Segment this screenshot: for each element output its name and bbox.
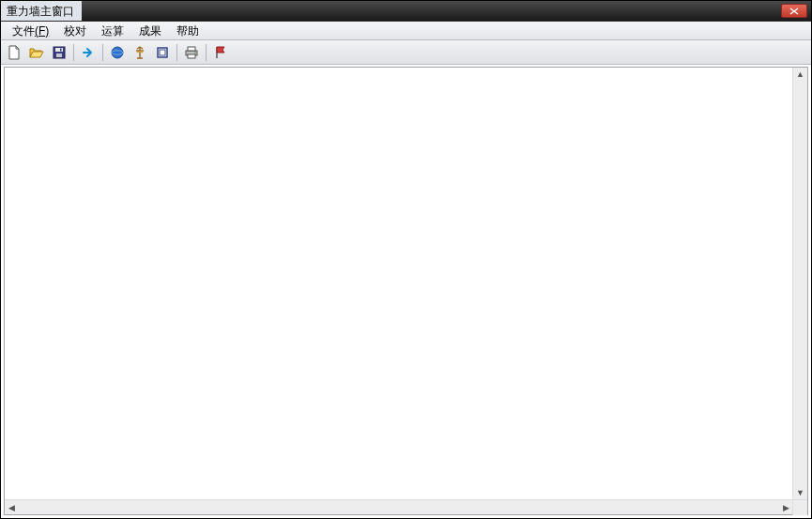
svg-point-4 bbox=[112, 47, 123, 58]
content-frame: ▲ ▼ ◀ ▶ bbox=[4, 67, 808, 515]
scroll-right-icon[interactable]: ▶ bbox=[779, 501, 792, 514]
vertical-scrollbar[interactable]: ▲ ▼ bbox=[792, 68, 807, 499]
globe-icon bbox=[110, 45, 125, 60]
menu-label: 文件 bbox=[12, 24, 35, 38]
toolbar bbox=[1, 40, 811, 65]
svg-rect-6 bbox=[158, 48, 167, 57]
toolbar-separator bbox=[176, 44, 177, 61]
menu-file[interactable]: 文件(F) bbox=[5, 22, 56, 40]
close-button[interactable] bbox=[781, 4, 807, 18]
new-button[interactable] bbox=[4, 42, 24, 63]
menu-label: 校对 bbox=[64, 24, 86, 38]
menu-calc[interactable]: 运算 bbox=[94, 22, 131, 40]
svg-rect-9 bbox=[188, 47, 195, 51]
content-body: ▲ ▼ bbox=[5, 68, 807, 499]
flag-icon bbox=[213, 45, 228, 60]
open-button[interactable] bbox=[26, 42, 47, 63]
menu-accel: (F) bbox=[35, 24, 49, 38]
globe-button[interactable] bbox=[107, 42, 128, 63]
flag-button[interactable] bbox=[210, 42, 231, 63]
content-canvas[interactable] bbox=[5, 68, 792, 499]
menu-label: 成果 bbox=[139, 24, 161, 38]
toolbar-separator bbox=[206, 44, 207, 61]
scroll-up-icon[interactable]: ▲ bbox=[794, 68, 807, 81]
horizontal-scrollbar[interactable]: ◀ ▶ bbox=[5, 499, 807, 514]
new-file-icon bbox=[7, 45, 22, 60]
svg-rect-10 bbox=[188, 54, 195, 58]
printer-icon bbox=[184, 45, 199, 60]
titlebar: 重力墙主窗口 bbox=[1, 1, 811, 22]
structure-icon bbox=[132, 45, 147, 60]
scroll-down-icon[interactable]: ▼ bbox=[794, 486, 807, 499]
toolbar-separator bbox=[73, 44, 74, 61]
menu-check[interactable]: 校对 bbox=[56, 22, 94, 40]
close-icon bbox=[789, 8, 799, 15]
svg-rect-2 bbox=[56, 53, 62, 57]
open-folder-icon bbox=[29, 45, 44, 60]
menu-label: 运算 bbox=[101, 24, 124, 38]
toolbar-separator bbox=[102, 44, 103, 61]
scroll-corner bbox=[792, 500, 807, 515]
section-button[interactable] bbox=[152, 42, 173, 63]
save-disk-icon bbox=[52, 45, 67, 60]
save-button[interactable] bbox=[49, 42, 69, 63]
scroll-left-icon[interactable]: ◀ bbox=[5, 501, 18, 514]
svg-rect-3 bbox=[60, 48, 62, 51]
go-button[interactable] bbox=[78, 42, 99, 63]
menu-help[interactable]: 帮助 bbox=[169, 22, 207, 40]
window-title: 重力墙主窗口 bbox=[1, 1, 82, 21]
svg-rect-1 bbox=[55, 48, 63, 52]
menu-result[interactable]: 成果 bbox=[131, 22, 169, 40]
print-button[interactable] bbox=[181, 42, 202, 63]
arrow-right-icon bbox=[81, 45, 96, 60]
svg-point-11 bbox=[194, 52, 196, 53]
menu-label: 帮助 bbox=[176, 24, 199, 38]
menubar: 文件(F) 校对 运算 成果 帮助 bbox=[1, 22, 811, 40]
main-window: 重力墙主窗口 文件(F) 校对 运算 成果 帮助 bbox=[0, 0, 812, 519]
structure-button[interactable] bbox=[130, 42, 150, 63]
section-icon bbox=[155, 45, 170, 60]
